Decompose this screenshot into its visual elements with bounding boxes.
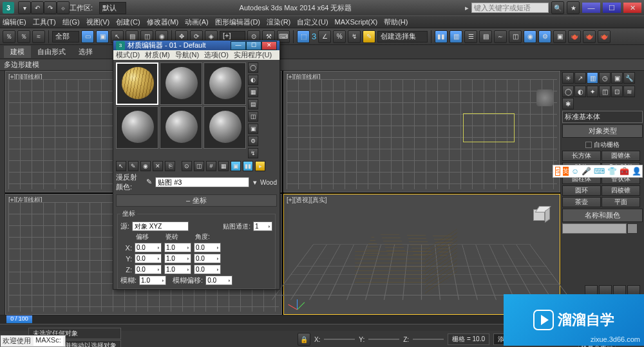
y-offset-spinner[interactable]: 0.0 — [135, 254, 162, 263]
render-production-icon[interactable]: 🫖 — [568, 30, 581, 43]
material-slot-6[interactable] — [204, 106, 246, 149]
cp-category-select[interactable]: 标准基本体 — [562, 111, 643, 123]
ime-skin-icon[interactable]: 👕 — [607, 167, 617, 176]
material-name-input[interactable] — [155, 177, 249, 187]
align-icon[interactable]: ▥ — [450, 30, 462, 43]
viewport-front[interactable]: [+][前][线框] — [283, 71, 560, 192]
undo-icon[interactable]: ↶ — [31, 1, 44, 14]
coord-z-input[interactable] — [413, 339, 444, 340]
make-unique-icon[interactable]: ⊙ — [182, 161, 192, 171]
redo-icon[interactable]: ↷ — [44, 1, 57, 14]
material-type-button[interactable]: Wood — [260, 179, 277, 186]
z-offset-spinner[interactable]: 0.0 — [135, 265, 162, 274]
ribbon-tab-modeling[interactable]: 建模 — [4, 46, 31, 58]
rendered-frame-icon[interactable]: ▣ — [553, 30, 566, 43]
coord-x-input[interactable] — [324, 339, 355, 340]
cp-space-icon[interactable]: ≋ — [623, 86, 635, 97]
ime-toolbox-icon[interactable]: 🧰 — [620, 167, 629, 176]
ime-user-icon[interactable]: 👤 — [632, 167, 641, 176]
cp-camera-icon[interactable]: ◫ — [599, 86, 611, 97]
bluroff-spinner[interactable]: 0.0 — [205, 276, 232, 285]
viewcube-persp-icon[interactable] — [531, 204, 550, 223]
reset-icon[interactable]: ✕ — [153, 161, 163, 171]
bind-tool-icon[interactable]: ≈ — [32, 30, 45, 43]
background-icon[interactable]: ▦ — [248, 87, 258, 97]
angle-snap-icon[interactable]: ∠ — [318, 30, 331, 43]
tb-new-icon[interactable]: ▾ — [18, 1, 31, 14]
x-angle-spinner[interactable]: 0.0 — [194, 243, 221, 252]
mapchannel-spinner[interactable]: 1 — [253, 221, 272, 231]
y-tile-spinner[interactable]: 1.0 — [164, 254, 191, 263]
curve-editor-icon[interactable]: ～ — [494, 30, 507, 43]
preview-icon[interactable]: ▣ — [248, 124, 258, 134]
render-iterate-icon[interactable]: 🫖 — [583, 30, 596, 43]
dlg-menu-options[interactable]: 选项(O) — [204, 50, 229, 60]
menu-maxscript[interactable]: MAXScript(X) — [335, 18, 378, 26]
ribbon-tab-selection[interactable]: 选择 — [72, 46, 99, 58]
link-icon[interactable]: ⟐ — [57, 1, 70, 14]
put-to-scene-icon[interactable]: ✎ — [128, 161, 138, 171]
ime-keyboard-icon[interactable]: ⌨ — [594, 167, 605, 176]
material-slot-1[interactable] — [116, 62, 158, 105]
dlg-menu-mode[interactable]: 模式(D) — [116, 50, 140, 60]
options-icon[interactable]: ⚙ — [248, 136, 258, 146]
x-offset-spinner[interactable]: 0.0 — [135, 243, 162, 252]
go-parent-icon[interactable]: ▮▮ — [243, 161, 253, 171]
menu-views[interactable]: 视图(V) — [86, 17, 110, 27]
mirror-icon[interactable]: ▮▮ — [435, 30, 448, 43]
z-angle-spinner[interactable]: 0.0 — [194, 265, 221, 274]
video-check-icon[interactable]: ◫ — [248, 111, 258, 122]
cp-system-icon[interactable]: ✱ — [562, 98, 574, 109]
menu-modifiers[interactable]: 修改器(M) — [147, 17, 179, 27]
ime-toolbar[interactable]: S 英 ☺ 🎤 ⌨ 👕 🧰 👤 — [553, 165, 643, 178]
cp-color-swatch[interactable] — [627, 223, 638, 234]
dialog-max-button[interactable]: ☐ — [246, 41, 261, 50]
render-setup-icon[interactable]: ⚙ — [538, 30, 551, 43]
material-editor-icon[interactable]: ◉ — [524, 30, 536, 43]
cp-geo-icon[interactable]: ◯ — [562, 86, 574, 97]
blur-spinner[interactable]: 1.0 — [139, 276, 166, 285]
cp-tab-create-icon[interactable]: ☀ — [562, 72, 574, 84]
maximize-button[interactable]: ☐ — [603, 3, 621, 13]
ime-lang-button[interactable]: 英 — [563, 167, 569, 176]
time-slider[interactable]: 0 / 100 — [6, 315, 32, 323]
backlight-icon[interactable]: ◐ — [248, 75, 258, 85]
minimize-button[interactable]: — — [582, 3, 600, 13]
material-slot-4[interactable] — [116, 106, 158, 149]
cp-shape-icon[interactable]: ◐ — [574, 86, 586, 97]
cp-autogrid-check[interactable]: 自动栅格 — [562, 139, 643, 151]
get-material-icon[interactable]: ↖ — [116, 161, 126, 171]
viewcube-front-icon[interactable] — [536, 89, 553, 106]
dialog-close-button[interactable]: ✕ — [261, 41, 277, 50]
cp-tab-modify-icon[interactable]: ↗ — [574, 72, 586, 84]
selset-select[interactable]: 创建选择集 — [377, 31, 428, 42]
spinner-snap-icon[interactable]: ↯ — [348, 30, 361, 43]
menu-render[interactable]: 渲染(R) — [267, 17, 290, 27]
unlink-tool-icon[interactable]: ％ — [17, 30, 30, 43]
cp-helper-icon[interactable]: ⊡ — [611, 86, 623, 97]
eyedropper-icon[interactable]: ✎ — [146, 178, 153, 187]
select-window-icon[interactable]: ▣ — [96, 30, 109, 43]
cp-btn-teapot[interactable]: 茶壶 — [562, 197, 601, 207]
cp-name-color-header[interactable]: 名称和颜色 — [562, 209, 643, 222]
close-button[interactable]: ✕ — [623, 3, 641, 13]
cp-btn-cone[interactable]: 圆锥体 — [601, 151, 640, 161]
scene-box-object[interactable] — [361, 230, 451, 294]
copy-icon[interactable]: ⎘ — [165, 161, 175, 171]
z-tile-spinner[interactable]: 1.0 — [164, 265, 191, 274]
menu-customize[interactable]: 自定义(U) — [297, 17, 328, 27]
assign-icon[interactable]: ◉ — [140, 161, 151, 171]
menu-help[interactable]: 帮助(H) — [384, 17, 408, 27]
cp-btn-box[interactable]: 长方体 — [562, 151, 601, 161]
infocenter-icon[interactable]: ▸ — [465, 4, 469, 12]
sample-uv-icon[interactable]: ▤ — [248, 99, 258, 109]
dlg-menu-nav[interactable]: 导航(N) — [175, 50, 199, 60]
lock-icon[interactable]: 🔒 — [298, 333, 310, 346]
menu-group[interactable]: 组(G) — [62, 17, 80, 27]
dlg-menu-material[interactable]: 材质(M) — [145, 50, 170, 60]
select-rect-icon[interactable]: ▭ — [81, 30, 94, 43]
cp-btn-pyramid[interactable]: 四棱锥 — [601, 185, 640, 196]
cp-tab-utilities-icon[interactable]: 🔧 — [623, 72, 635, 84]
sample-type-icon[interactable]: ◯ — [248, 62, 258, 73]
search-icon[interactable]: 🔍 — [551, 1, 564, 14]
